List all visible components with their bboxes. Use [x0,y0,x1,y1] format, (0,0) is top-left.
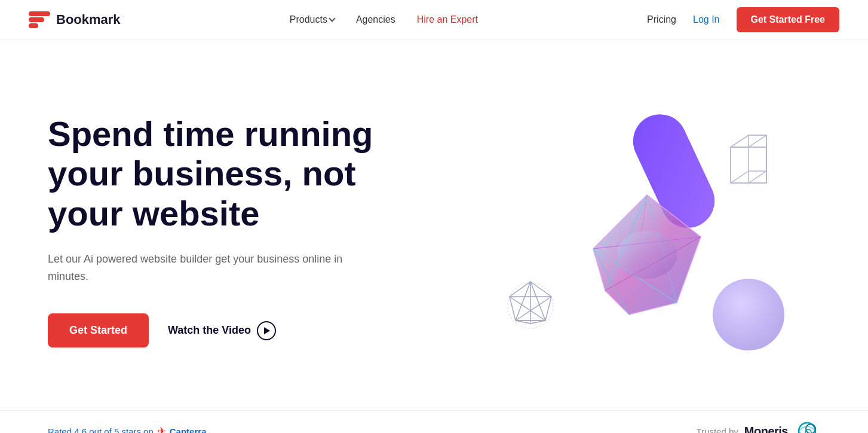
play-circle-icon [257,321,276,340]
shape-colorful-geometric [569,171,725,327]
trusted-label: Trusted by [697,426,738,434]
watch-video-button[interactable]: Watch the Video [168,321,276,340]
nav-hire-expert[interactable]: Hire an Expert [417,14,478,25]
hero-cta-button[interactable]: Get Started [48,313,149,347]
bookmark-logo-icon [29,11,50,28]
nav-right: Pricing Log In Get Started Free [647,7,839,32]
shape-sphere [713,279,784,350]
trusted-by-section: Trusted by Moneris [697,420,821,433]
moneris-logo-icon [794,420,820,433]
navbar: Bookmark Products Agencies Hire an Exper… [0,0,868,39]
svg-rect-0 [29,11,50,16]
nav-agencies[interactable]: Agencies [356,14,395,25]
hero-content: Spend time running your business, not yo… [48,114,382,348]
hero-title: Spend time running your business, not yo… [48,114,382,234]
play-triangle-icon [264,327,270,334]
hero-illustration [382,75,820,386]
bottom-bar: Rated 4.6 out of 5 stars on ✈ Capterra T… [0,410,868,433]
svg-point-29 [617,231,677,279]
logo-text: Bookmark [56,12,121,28]
nav-pricing[interactable]: Pricing [647,14,676,25]
nav-cta-button[interactable]: Get Started Free [737,7,839,32]
svg-rect-2 [29,23,38,28]
svg-line-6 [731,135,749,147]
hero-buttons: Get Started Watch the Video [48,313,382,347]
logo-link[interactable]: Bookmark [29,11,121,28]
moneris-name: Moneris [744,425,788,434]
capterra-label[interactable]: Capterra [170,426,207,434]
shape-wireframe-gem [504,279,557,333]
svg-rect-1 [29,17,44,22]
rating-section: Rated 4.6 out of 5 stars on ✈ Capterra [48,425,206,433]
nav-center: Products Agencies Hire an Expert [290,14,478,25]
capterra-arrow-icon: ✈ [157,425,166,433]
products-chevron-icon [329,15,335,22]
hero-subtitle: Let our Ai powered website builder get y… [48,251,382,285]
hero-section: Spend time running your business, not yo… [0,39,868,410]
svg-line-18 [731,171,749,183]
nav-login[interactable]: Log In [693,14,719,25]
svg-point-42 [806,424,815,433]
nav-products[interactable]: Products [290,14,335,25]
svg-line-10 [749,171,766,183]
rating-text: Rated 4.6 out of 5 stars on [48,426,154,434]
